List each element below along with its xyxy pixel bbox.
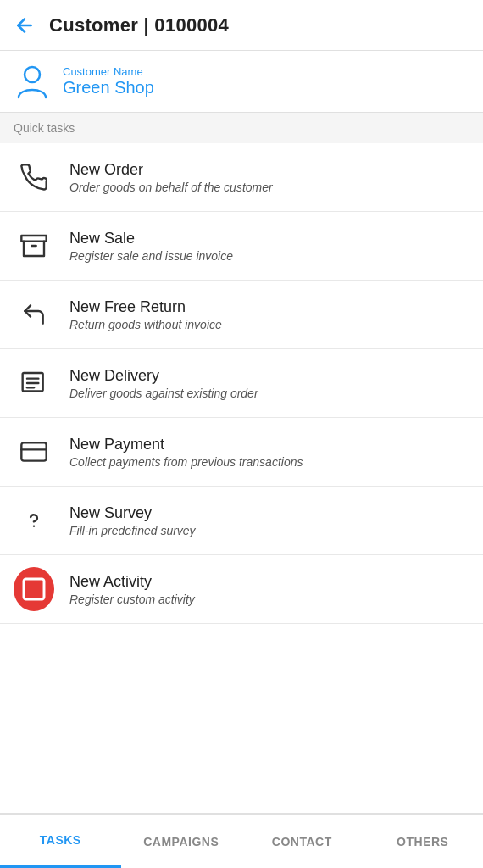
quick-tasks-header: Quick tasks bbox=[0, 113, 483, 143]
task-text-new-delivery: New Delivery Deliver goods against exist… bbox=[69, 367, 258, 400]
tab-contact[interactable]: CONTACT bbox=[242, 815, 363, 868]
task-item-new-activity[interactable]: New Activity Register custom activity bbox=[0, 555, 483, 624]
bottom-navigation: TASKS CAMPAIGNS CONTACT OTHERS bbox=[0, 813, 483, 868]
task-text-new-activity: New Activity Register custom activity bbox=[69, 573, 195, 606]
tab-others[interactable]: OTHERS bbox=[363, 815, 484, 868]
page-title: Customer | 0100004 bbox=[49, 14, 229, 36]
box-icon bbox=[14, 225, 54, 266]
survey-question-icon bbox=[14, 500, 54, 541]
svg-rect-11 bbox=[24, 579, 44, 599]
return-icon bbox=[14, 294, 54, 335]
tab-campaigns[interactable]: CAMPAIGNS bbox=[121, 815, 242, 868]
task-text-new-sale: New Sale Register sale and issue invoice bbox=[69, 230, 233, 263]
task-item-new-order[interactable]: New Order Order goods on behalf of the c… bbox=[0, 143, 483, 212]
task-item-new-sale[interactable]: New Sale Register sale and issue invoice bbox=[0, 212, 483, 281]
task-text-new-order: New Order Order goods on behalf of the c… bbox=[69, 161, 273, 194]
svg-rect-2 bbox=[21, 236, 46, 242]
tab-tasks[interactable]: TASKS bbox=[0, 815, 121, 868]
payment-icon bbox=[14, 431, 54, 472]
task-item-new-delivery[interactable]: New Delivery Deliver goods against exist… bbox=[0, 349, 483, 418]
back-button[interactable] bbox=[14, 14, 36, 36]
customer-name: Green Shop bbox=[63, 78, 154, 97]
activity-icon bbox=[14, 569, 54, 609]
task-item-new-survey[interactable]: New Survey Fill-in predefined survey bbox=[0, 487, 483, 555]
task-text-new-survey: New Survey Fill-in predefined survey bbox=[69, 504, 196, 537]
task-item-new-free-return[interactable]: New Free Return Return goods without inv… bbox=[0, 281, 483, 349]
customer-label: Customer Name bbox=[63, 65, 154, 78]
task-list: New Order Order goods on behalf of the c… bbox=[0, 143, 483, 624]
task-text-new-payment: New Payment Collect payments from previo… bbox=[69, 436, 303, 469]
customer-info-row: Customer Name Green Shop bbox=[0, 51, 483, 113]
header: Customer | 0100004 bbox=[0, 0, 483, 51]
phone-icon bbox=[14, 157, 54, 198]
delivery-icon bbox=[14, 363, 54, 403]
customer-avatar-icon bbox=[14, 63, 51, 100]
task-text-new-free-return: New Free Return Return goods without inv… bbox=[69, 298, 222, 331]
svg-rect-8 bbox=[21, 442, 46, 460]
svg-point-1 bbox=[25, 67, 40, 82]
customer-text-block: Customer Name Green Shop bbox=[63, 65, 154, 97]
task-item-new-payment[interactable]: New Payment Collect payments from previo… bbox=[0, 418, 483, 487]
